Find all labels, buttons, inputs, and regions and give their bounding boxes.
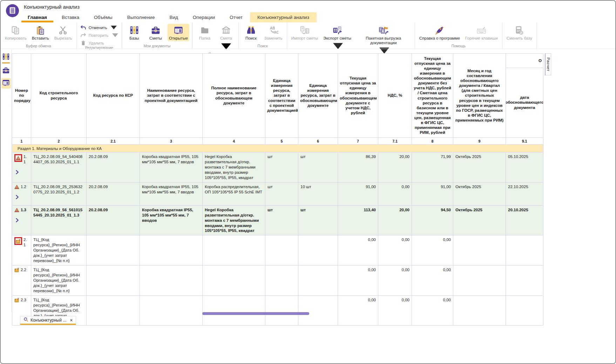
grid-cell[interactable]: Hegel Коробка разветвительная д/откр. мо… (203, 205, 265, 235)
bases-button[interactable]: Базы (125, 24, 144, 41)
grid-row[interactable]: 2.2ТЦ_{Код ресурса}_{Регион}_{ИНН Органи… (12, 266, 543, 296)
grid-cell[interactable] (203, 266, 265, 296)
grid-cell[interactable]: 0,00 (378, 235, 412, 266)
grid-row[interactable]: 1.1ТЦ_20.2.08.09_54_5404084407_05.10.202… (12, 152, 543, 183)
grid-cell[interactable] (506, 295, 543, 325)
tab-obyomy[interactable]: Объёмы (87, 12, 120, 22)
grid-cell[interactable]: шт (265, 152, 298, 183)
grid-cell[interactable]: 113,40 (338, 205, 378, 235)
grid-cell[interactable]: шт (265, 182, 298, 205)
row-number-cell[interactable]: 1.1 (12, 152, 31, 183)
grid-cell[interactable]: 0,00 (378, 295, 412, 325)
row-number-cell[interactable]: 2.2 (12, 266, 31, 296)
grid-cell[interactable]: ТЦ_20.2.08.09_54_5404084407_05.10.2025_0… (31, 152, 87, 183)
grid-cell[interactable]: 20.2.08.09 (87, 182, 140, 205)
grid-cell[interactable]: Октябрь 2025 (453, 152, 506, 183)
grid-cell[interactable]: 0,00 (338, 266, 378, 296)
grid-cell[interactable] (265, 266, 298, 296)
grid-cell[interactable]: 86,39 (338, 152, 378, 183)
grid-cell[interactable]: ТЦ_{Код ресурса}_{Регион}_{ИНН Организац… (31, 266, 87, 296)
grid-cell[interactable]: 20,00 (378, 152, 412, 183)
grid-cell[interactable]: Коробка квадратная IP55, 105 мм*105 мм*5… (140, 152, 203, 183)
grid-cell[interactable]: 91,00 (412, 182, 453, 205)
import-estimate-button[interactable]: Импорт сметы (290, 24, 320, 41)
new-folder-button[interactable]: Папка (195, 24, 214, 41)
grid-cell[interactable]: шт (298, 205, 338, 235)
estimates-button[interactable]: Сметы (146, 24, 165, 41)
grid-cell[interactable] (453, 295, 506, 325)
grid-cell[interactable]: 0,00 (378, 266, 412, 296)
hotkeys-button[interactable]: Горячие клавиши (464, 24, 499, 41)
grid-cell[interactable] (203, 235, 265, 266)
undo-button[interactable]: Отменить (80, 25, 118, 30)
replace-button[interactable]: ABACЗаменить (263, 24, 284, 41)
grid-cell[interactable] (87, 266, 140, 296)
cut-button[interactable]: Вырезать (53, 24, 74, 41)
document-tab[interactable]: Конъюнктурный ... × (20, 316, 76, 325)
redo-button[interactable]: Повторить (80, 33, 119, 38)
grid-cell[interactable]: Hegel Коробка разветвительная д/откр. мо… (203, 152, 265, 183)
paste-button[interactable]: Вставить (31, 24, 50, 41)
grid-row[interactable]: 1.3ТЦ_20.2.08.09_56_5610155445_20.10.202… (12, 205, 543, 235)
expand-chevron-icon[interactable] (15, 195, 19, 199)
package-icon[interactable] (14, 268, 19, 272)
grid-cell[interactable] (87, 295, 140, 325)
grid-cell[interactable]: 10 шт (298, 182, 338, 205)
grid-cell[interactable]: ТЦ_{Код ресурса}_{Регион}_{ИНН Организац… (31, 235, 87, 266)
grid-cell[interactable]: 71,99 (412, 152, 453, 183)
sidebar-item-open-docs[interactable] (1, 78, 11, 89)
new-estimate-button[interactable]: Смета (217, 24, 236, 52)
grid-cell[interactable] (506, 235, 543, 266)
section-row[interactable]: Раздел 1. Материалы и Оборудование по КА (12, 145, 543, 152)
about-button[interactable]: Справка о программе (418, 24, 461, 41)
grid-cell[interactable] (140, 295, 203, 325)
batch-upload-button[interactable]: Пакетная выгрузка документации (355, 24, 412, 56)
grid-cell[interactable]: ТЦ_20.2.08.09_56_5610155445_20.10.2025_0… (31, 205, 87, 235)
expand-chevron-icon[interactable] (15, 170, 19, 174)
package-icon[interactable] (14, 298, 19, 302)
tab-vid[interactable]: Вид (162, 12, 185, 22)
grid-cell[interactable]: 20,00 (378, 205, 412, 235)
grid-cell[interactable]: 94,50 (412, 205, 453, 235)
warning-triangle-icon[interactable] (16, 156, 21, 160)
sidebar-item-estimates[interactable] (1, 66, 11, 76)
export-estimate-button[interactable]: Экспорт сметы (322, 24, 353, 51)
grid-row[interactable]: 2.3ТЦ_{Код ресурса}_{Регион}_{ИНН Органи… (12, 295, 543, 325)
grid-cell[interactable] (87, 235, 140, 266)
tab-glavnaya[interactable]: Главная (20, 12, 54, 22)
grid-cell[interactable]: Коробка квадратная IP55, 105 мм*105 мм*5… (140, 182, 203, 205)
grid-cell[interactable]: 0,00 (412, 235, 453, 266)
grid-cell[interactable] (506, 266, 543, 296)
expand-chevron-icon[interactable] (15, 218, 19, 222)
grid-cell[interactable] (203, 295, 265, 325)
warning-triangle-icon[interactable] (14, 185, 19, 189)
grid-cell[interactable]: шт (265, 205, 298, 235)
grid-cell[interactable]: Коробка квадратная IP55, 105 мм*105 мм*5… (140, 205, 203, 235)
grid-cell[interactable]: ТЦ_20.2.08.09_25_2536320775_22.10.2025_0… (31, 182, 87, 205)
grid-cell[interactable]: 0,00 (412, 295, 453, 325)
sidebar-item-bases[interactable] (1, 52, 11, 64)
package-icon[interactable] (16, 239, 21, 243)
grid-row[interactable]: 1.2ТЦ_20.2.08.09_25_2536320775_22.10.202… (12, 182, 543, 205)
grid-cell[interactable] (453, 266, 506, 296)
search-button[interactable]: Поиск (242, 24, 260, 41)
open-docs-button[interactable]: Открытые (168, 24, 189, 41)
panel-tab-raschet[interactable]: Расчет (545, 53, 551, 75)
tab-vypolnenie[interactable]: Выполнение (120, 12, 162, 22)
grid-cell[interactable]: Октябрь 2025 (453, 182, 506, 205)
delete-button[interactable]: Удалить (80, 40, 105, 46)
row-number-cell[interactable]: 2.1 (12, 235, 31, 266)
row-number-cell[interactable]: 1.2 (12, 182, 31, 205)
grid-cell[interactable] (140, 235, 203, 266)
grid-cell[interactable]: 0,00 (412, 266, 453, 296)
grid-cell[interactable]: 20.2.08.09 (87, 152, 140, 183)
grid-cell[interactable]: Коробка распределительная, ОП 105*105*55… (203, 182, 265, 205)
grid-cell[interactable] (298, 235, 338, 266)
grid-cell[interactable]: Октябрь 2025 (453, 205, 506, 235)
grid-cell[interactable] (265, 235, 298, 266)
warning-triangle-icon[interactable] (14, 208, 19, 212)
grid-cell[interactable]: 0,00 (378, 182, 412, 205)
grid-cell[interactable] (453, 235, 506, 266)
grid-cell[interactable] (140, 266, 203, 296)
grid-cell[interactable]: 91,00 (338, 182, 378, 205)
